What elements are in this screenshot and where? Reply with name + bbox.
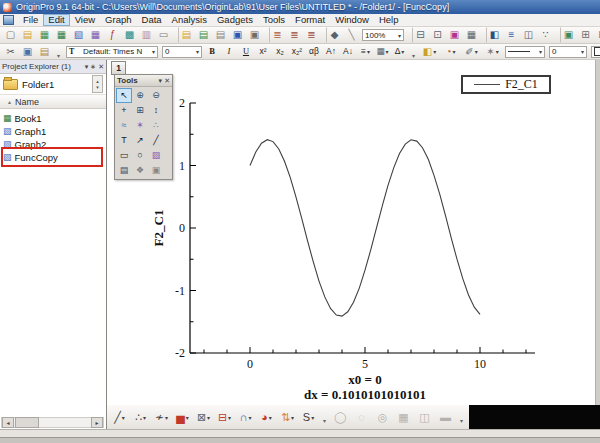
toolbar-icon[interactable]: ▦ [36,27,53,43]
plot-type-button[interactable]: ∩▾ [235,408,256,427]
tool-button[interactable]: ⊞ [132,103,148,118]
panel-menu-icon[interactable]: ▾ [85,63,89,71]
toolbar-overflow-icon[interactable]: ▾ [55,45,62,59]
tool-button[interactable]: ↖ [116,88,132,103]
toolbar-icon[interactable]: ▥ [138,27,155,43]
toolbar-icon[interactable]: ╲ [343,27,360,43]
toolbar-icon[interactable]: ▣ [446,27,463,43]
scroll-left-icon[interactable]: ◂ [2,417,14,428]
tool-button[interactable]: ✶ [132,118,148,133]
project-item-row[interactable]: ▧ Graph1 [0,125,106,138]
pe-horizontal-scrollbar[interactable]: ◂ ▸ [1,417,104,428]
style-button[interactable]: ✐▾ [461,44,482,60]
pin-icon[interactable]: ∗ [90,63,96,71]
style-button[interactable]: ◔▾ [440,44,461,60]
format-button[interactable]: U [238,44,255,60]
child-window-icon[interactable] [3,15,14,25]
toolbar-icon[interactable]: ⊞ [577,27,594,43]
menu-item[interactable]: Tools [258,14,290,26]
toolbar-icon[interactable]: ▤ [19,27,36,43]
menu-item[interactable]: Data [137,14,167,26]
tools-palette-titlebar[interactable]: Tools ▾ ✕ [115,75,172,87]
toolbar-icon[interactable]: ∵ [537,27,554,43]
folder-tree-item[interactable]: Folder1 ▴ ▾ [0,74,106,95]
menu-item[interactable]: View [70,14,100,26]
plot-type-button[interactable]: ⇅▾ [277,408,298,427]
tool-button[interactable]: + [116,103,132,118]
project-item-row[interactable]: ▧ FuncCopy [0,151,106,164]
toolbar-icon[interactable]: ⊟ [412,27,429,43]
close-icon[interactable]: ✕ [164,77,170,85]
tool-button[interactable]: ▤ [116,163,132,178]
menu-item[interactable]: File [18,14,43,26]
format-button[interactable]: ≡▾ [357,44,374,60]
format-button[interactable]: B [204,44,221,60]
toolbar-icon[interactable]: ▦ [463,27,480,43]
toolbar-icon[interactable]: ▣ [246,27,263,43]
menu-item[interactable]: Graph [100,14,136,26]
close-icon[interactable]: ✕ [98,63,104,71]
tool-button[interactable]: ▣ [148,163,164,178]
tool-button[interactable]: T [116,133,132,148]
tool-button[interactable]: ∴ [148,118,164,133]
toolbar-icon[interactable]: ▦ [53,27,70,43]
toolbar-icon[interactable]: ▣ [229,27,246,43]
format-button[interactable]: A↑ [323,44,340,60]
legend[interactable]: F2_C1 [461,75,551,94]
toolbar-icon[interactable]: ▢ [2,27,19,43]
format-button[interactable]: I [221,44,238,60]
style-button[interactable]: ✶▾ [482,44,503,60]
tool-button[interactable]: ≈ [116,118,132,133]
plot-type-button[interactable]: ≁▾ [151,408,172,427]
toolbar-icon[interactable]: ▭ [155,27,172,43]
spin-down-icon[interactable]: ▾ [96,84,99,90]
toolbar-icon[interactable]: ▤ [36,44,53,60]
tool-button[interactable]: ❖ [132,163,148,178]
project-item-row[interactable]: ▦ Book1 [0,112,106,125]
toolbar-icon[interactable]: ▦ [87,27,104,43]
tool-button[interactable]: ▨ [148,148,164,163]
toolbar-icon[interactable]: ▤ [212,27,229,43]
project-item-row[interactable]: ▧ Graph2 [0,138,106,151]
border-style-select[interactable]: ▾ [591,46,600,58]
toolbar-icon[interactable]: ◆ [326,27,343,43]
toolbar-icon[interactable]: ≡ [503,27,520,43]
zoom-level-select[interactable]: 100% ▾ [362,29,404,41]
toolbar-icon[interactable]: ƒ [104,27,121,43]
toolbar-icon[interactable]: ⊡ [429,27,446,43]
menu-item[interactable]: Format [290,14,330,26]
toolbar-icon[interactable]: ≣ [269,27,286,43]
plot-type-button[interactable]: ⊠▾ [193,408,214,427]
menu-item[interactable]: Edit [43,14,69,26]
toolbar-icon[interactable]: ▣ [560,27,577,43]
format-button[interactable]: x² [255,44,272,60]
plot-type-button[interactable]: ▅▾ [172,408,193,427]
line-style-select[interactable]: ▾ [505,46,545,58]
plot-type-button[interactable]: S▾ [298,408,319,427]
font-family-select[interactable]: T Default: Times N ▾ [66,46,158,58]
plot-type-button[interactable]: ◕▾ [256,408,277,427]
tool-button[interactable]: ⊖ [148,88,164,103]
toolbar-icon[interactable]: ▤ [178,27,195,43]
name-column-header[interactable]: ▴ Name [0,95,106,109]
format-button[interactable]: αβ [306,44,323,60]
format-button[interactable]: Δ▾ [391,44,408,60]
toolbar-icon[interactable]: ◫ [520,27,537,43]
folder-spinner[interactable]: ▴ ▾ [92,75,103,93]
format-button[interactable]: x₂² [289,44,306,60]
toolbar-icon[interactable]: ≣ [303,27,320,43]
line-width-select[interactable]: 0 ▾ [549,46,587,58]
toolbar-overflow-icon[interactable]: ▾ [321,410,328,424]
tool-button[interactable]: ○ [132,148,148,163]
palette-menu-icon[interactable]: ▾ [159,77,163,85]
format-button[interactable]: x₂ [272,44,289,60]
toolbar-icon[interactable]: ▤ [195,27,212,43]
format-button[interactable]: ▦▾ [374,44,391,60]
menu-item[interactable]: Analysis [167,14,212,26]
tool-button[interactable]: ⊕ [132,88,148,103]
toolbar-overflow-icon[interactable]: ▾ [410,45,417,59]
plot-area[interactable]: 210-1-20510F2_C1x0 = 0dx = 0.10101010101… [107,60,595,405]
tool-button[interactable]: ▭ [116,148,132,163]
toolbar-icon[interactable]: ◧ [486,27,503,43]
plot-type-button[interactable]: ╱▾ [109,408,130,427]
